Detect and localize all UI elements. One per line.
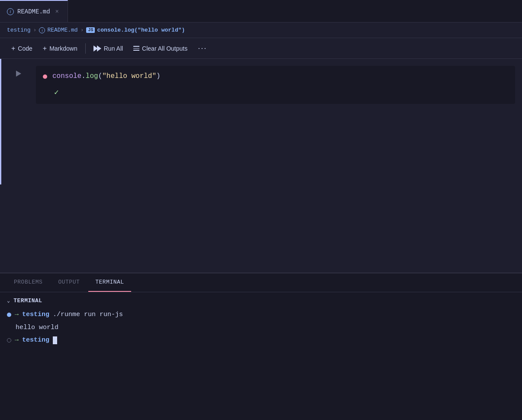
terminal-cursor [53,336,57,344]
terminal-inactive-dot [7,338,11,342]
terminal-collapse-icon[interactable]: ⌄ [7,297,10,304]
code-text: console.log("hello world") [52,71,161,82]
run-all-button[interactable]: Run All [89,43,127,54]
js-badge: JS [86,27,95,33]
run-triangle-icon [16,71,21,77]
terminal-header: ⌄ TERMINAL [7,297,515,304]
run-cell-button[interactable] [13,68,25,80]
code-console: console [52,72,81,80]
problems-tab-label: PROBLEMS [14,279,42,285]
svg-marker-1 [97,45,101,52]
terminal-line-3: → testing [7,335,515,346]
panel-tabs: PROBLEMS OUTPUT TERMINAL [0,273,522,292]
info-icon: i [7,8,14,15]
breakpoint-dot[interactable] [43,74,47,79]
toolbar-separator [85,43,86,54]
tab-output[interactable]: OUTPUT [51,273,87,292]
terminal-path-2: testing [22,335,49,346]
run-all-icon [93,45,101,52]
terminal-command-1: ./runme run run-js [53,309,123,320]
terminal-line-2: hello world [7,322,515,333]
bottom-panel: PROBLEMS OUTPUT TERMINAL ⌄ TERMINAL [0,273,522,420]
terminal-tab-label: TERMINAL [95,279,124,285]
output-tab-label: OUTPUT [58,279,80,285]
code-line-1: console.log("hello world") [43,71,508,82]
breadcrumb-readme-label: README.md [47,27,77,33]
code-label: Code [18,45,32,52]
terminal-active-dot [7,313,11,317]
notebook-toolbar: + Code + Markdown Run All Clear All Outp… [0,38,522,59]
markdown-label: Markdown [49,45,77,52]
breadcrumb-testing[interactable]: testing [7,27,31,33]
tab-bar: i README.md × [0,0,522,23]
code-paren-open: ( [98,72,103,80]
code-string: "hello world" [102,72,156,80]
breadcrumb: testing › i README.md › JS console.log("… [0,23,522,38]
terminal-output-text: hello world [7,322,58,333]
app-window: i README.md × testing › i README.md › JS… [0,0,522,420]
terminal-path-1: testing [22,309,49,320]
more-icon: ··· [198,44,207,53]
editor-area: console.log("hello world") ✓ PROBLEMS OU… [0,59,522,420]
run-all-label: Run All [104,45,123,52]
tab-readme[interactable]: i README.md × [0,0,68,22]
breadcrumb-readme[interactable]: i README.md [39,27,77,33]
clear-all-button[interactable]: Clear All Outputs [129,43,192,54]
tab-terminal[interactable]: TERMINAL [88,273,131,292]
plus-icon-code: + [11,45,15,52]
add-code-button[interactable]: + Code [7,43,37,54]
terminal-arrow-2: → [15,335,19,346]
code-cell: console.log("hello world") ✓ [1,59,522,111]
tab-label: README.md [17,8,50,15]
breadcrumb-sep-2: › [81,27,84,33]
code-paren-close: ) [156,72,161,80]
breadcrumb-code[interactable]: JS console.log("hello world") [86,27,185,33]
code-dot: . [81,72,86,80]
clear-all-icon [133,46,139,51]
breadcrumb-info-icon: i [39,27,45,33]
terminal-line-1: → testing ./runme run run-js [7,309,515,320]
cell-code-content[interactable]: console.log("hello world") ✓ [36,66,515,104]
checkmark-icon: ✓ [54,88,59,97]
tab-close-button[interactable]: × [54,8,61,15]
breadcrumb-sep-1: › [33,27,37,33]
more-options-button[interactable]: ··· [193,42,211,55]
terminal-title: TERMINAL [13,297,42,304]
tab-problems[interactable]: PROBLEMS [7,273,49,292]
clear-all-label: Clear All Outputs [142,45,187,52]
cell-checkmark: ✓ [43,87,508,99]
terminal-arrow-1: → [15,309,19,320]
add-markdown-button[interactable]: + Markdown [39,43,82,54]
terminal-section: ⌄ TERMINAL → testing ./runme run run-js … [0,292,522,420]
breadcrumb-testing-label: testing [7,27,31,33]
code-log: log [86,72,98,80]
breadcrumb-code-label: console.log("hello world") [97,27,185,33]
cell-gutter [1,66,36,104]
plus-icon-markdown: + [43,45,47,52]
